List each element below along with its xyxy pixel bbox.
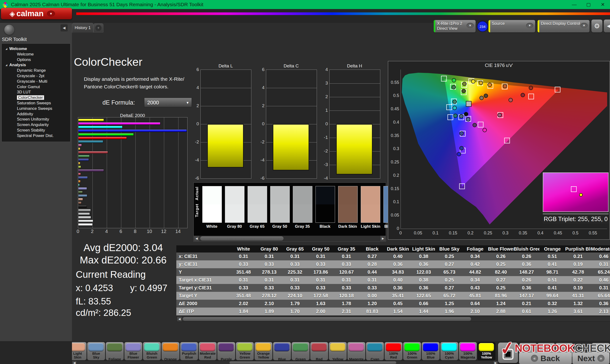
- display-control-dropdown[interactable]: Direct Display Control ▼: [538, 20, 589, 32]
- close-button[interactable]: ✕: [596, 0, 610, 9]
- patch-button-bluish-green[interactable]: BluishGreen: [143, 342, 161, 360]
- sidebar-item-analysis[interactable]: ◢Analysis: [2, 62, 70, 68]
- chevron-down-icon[interactable]: ▼: [581, 23, 588, 28]
- patch-button-100-cyan[interactable]: 100%Cyan: [440, 342, 458, 360]
- pattern-window-button[interactable]: ▲: [498, 343, 518, 363]
- table-cell: 278.12: [256, 292, 282, 300]
- sidebar-item-welcome[interactable]: Welcome: [2, 52, 70, 57]
- cie-y-tick-0.15: 0.15: [389, 186, 399, 191]
- scrollbar-thumb[interactable]: [183, 317, 471, 321]
- scroll-right-icon[interactable]: ▶: [380, 236, 386, 241]
- chevron-down-icon[interactable]: ▼: [526, 23, 533, 28]
- table-cell: 2.02: [231, 300, 256, 308]
- sidebar-item-saturation-sweeps[interactable]: Saturation Sweeps: [2, 100, 70, 106]
- delta_c-tick--6: -6: [256, 176, 264, 181]
- tree-expand-icon[interactable]: ◢: [5, 46, 7, 52]
- patchbar-scrollbar[interactable]: ◀ ▶: [72, 361, 498, 364]
- de-formula-select[interactable]: 2000 ▼: [144, 98, 192, 107]
- column-header-white: White: [231, 245, 256, 252]
- chevron-down-icon[interactable]: ▼: [467, 23, 474, 28]
- patch-button-yellow[interactable]: Yellow: [329, 342, 347, 360]
- de-bar-orange-yellow: [78, 162, 80, 165]
- patch-button-yellow-green[interactable]: YellowGreen: [236, 342, 254, 360]
- gridline: [135, 117, 136, 228]
- patch-button-100-blue[interactable]: 100%Blue: [422, 342, 440, 360]
- scrollbar-thumb[interactable]: [200, 236, 284, 241]
- patch-button-100-red[interactable]: 100%Red: [385, 342, 402, 360]
- patch-button-cyan[interactable]: Cyan: [366, 342, 384, 360]
- meter-count-badge[interactable]: 234: [477, 21, 488, 32]
- patch-button-blue-sky[interactable]: BlueSky: [87, 342, 105, 360]
- source-dropdown[interactable]: Source ▼: [489, 20, 535, 32]
- patch-button-100-magenta[interactable]: 100%Magenta: [459, 342, 477, 360]
- swatch-scrollbar[interactable]: ◀ ▶: [194, 236, 386, 241]
- sidebar-item-options[interactable]: Options: [2, 57, 70, 62]
- patch-button-orange-yellow[interactable]: OrangeYellow: [255, 342, 272, 360]
- delta_l-tick-2: 2: [190, 103, 199, 108]
- table-cell: 0.31: [231, 252, 256, 260]
- patch-button-purplish-blue[interactable]: PurplishBlue: [180, 342, 198, 360]
- patch-button-blue[interactable]: Blue: [273, 342, 291, 360]
- cie-x-tick-0.25: 0.25: [481, 231, 495, 236]
- swatch-light-skin: [361, 186, 380, 223]
- maximize-button[interactable]: ▢: [581, 0, 596, 9]
- table-cell: 99.64: [539, 292, 565, 300]
- minimize-button[interactable]: —: [567, 0, 581, 9]
- patch-button-purple[interactable]: Purple: [217, 342, 235, 360]
- sidebar-item-screen-angularity[interactable]: Screen Angularity: [2, 122, 70, 128]
- next-button[interactable]: Next »: [572, 352, 610, 364]
- sidebar-item-color-gamut[interactable]: Color Gamut: [2, 84, 70, 90]
- panel-collapse-button[interactable]: ◀: [604, 20, 610, 32]
- back-button[interactable]: « Back: [519, 352, 572, 364]
- calman-menu-dropdown[interactable]: ▼: [47, 11, 55, 17]
- window-title: Calman 2025 Calman Ultimate for Business…: [11, 2, 203, 7]
- delta_c-tick--4: -4: [256, 157, 264, 163]
- sidebar-item-grayscale-multi[interactable]: Grayscale - Multi: [2, 78, 70, 84]
- scroll-left-icon[interactable]: ◀: [194, 236, 199, 241]
- settings-button[interactable]: ⚙: [591, 20, 602, 32]
- delta_h-tick-1: 1: [319, 108, 328, 113]
- patch-button-100-green[interactable]: 100%Green: [403, 342, 421, 360]
- patch-button-100-yellow[interactable]: 100%Yellow: [478, 342, 495, 360]
- patch-button-orange[interactable]: Orange: [162, 342, 180, 360]
- sidebar-item-spectral-power-dist-[interactable]: Spectral Power Dist.: [2, 133, 70, 138]
- patch-button-light-skin[interactable]: LightSkin: [72, 342, 87, 360]
- table-scrollbar[interactable]: ◀ ▶: [177, 316, 610, 322]
- scroll-left-icon[interactable]: ◀: [72, 361, 77, 364]
- scrollbar-thumb[interactable]: [230, 361, 396, 364]
- sidebar-collapse-button[interactable]: ◀: [61, 24, 68, 31]
- rgb-triplet-readout: RGB Triplet: 255, 255, 0: [543, 214, 609, 224]
- workflow-orb-icon[interactable]: [4, 25, 14, 35]
- reading-y: y: 0.4997: [130, 283, 167, 293]
- patch-button-foliage[interactable]: Foliage: [106, 342, 124, 360]
- calman-logo-button[interactable]: ◈ calman ▼: [1, 8, 72, 19]
- tab-history-1[interactable]: History 1: [72, 23, 93, 33]
- swatch-target: [316, 204, 335, 222]
- patch-button-red[interactable]: Red: [310, 342, 328, 360]
- sidebar-item-3d-lut[interactable]: 3D LUT: [2, 89, 70, 95]
- meter-dropdown[interactable]: X-Rite i1Pro 2Direct View ▼: [434, 20, 476, 32]
- sidebar-item-grayscale-2pt[interactable]: Grayscale - 2pt: [2, 73, 70, 78]
- patch-button-blue-flower[interactable]: BlueFlower: [124, 342, 142, 360]
- delta_l-tick-4: 4: [190, 85, 199, 90]
- delta_l-tick-0: 0: [190, 121, 199, 127]
- patch-button-moderate-red[interactable]: ModerateRed: [199, 342, 217, 360]
- patch-button-magenta[interactable]: Magenta: [347, 342, 365, 360]
- sidebar-item-dynamic-range[interactable]: Dynamic Range: [2, 68, 70, 73]
- sidebar-item-luminance-sweeps[interactable]: Luminance Sweeps: [2, 106, 70, 111]
- de-formula-label: dE Formula:: [103, 99, 135, 106]
- sidebar-item-colorchecker[interactable]: ColorChecker: [2, 95, 70, 100]
- sidebar-item-screen-uniformity[interactable]: Screen Uniformity: [2, 117, 70, 122]
- scroll-right-icon[interactable]: ▶: [493, 361, 498, 364]
- de-bar-100-magenta: [78, 122, 160, 125]
- patch-button-green[interactable]: Green: [292, 342, 310, 360]
- sidebar-item-screen-stability[interactable]: Screen Stability: [2, 128, 70, 133]
- swatch-actual: [225, 186, 244, 204]
- scroll-left-icon[interactable]: ◀: [177, 317, 182, 321]
- table-cell: 0.40: [385, 276, 411, 284]
- tree-expand-icon[interactable]: ◢: [5, 62, 7, 68]
- sidebar-item-additivity[interactable]: Additivity: [2, 111, 70, 117]
- cie-x-tick-0.2: 0.2: [464, 231, 478, 236]
- sidebar-item-welcome[interactable]: ◢Welcome: [2, 46, 70, 52]
- add-tab-button[interactable]: +: [93, 23, 104, 32]
